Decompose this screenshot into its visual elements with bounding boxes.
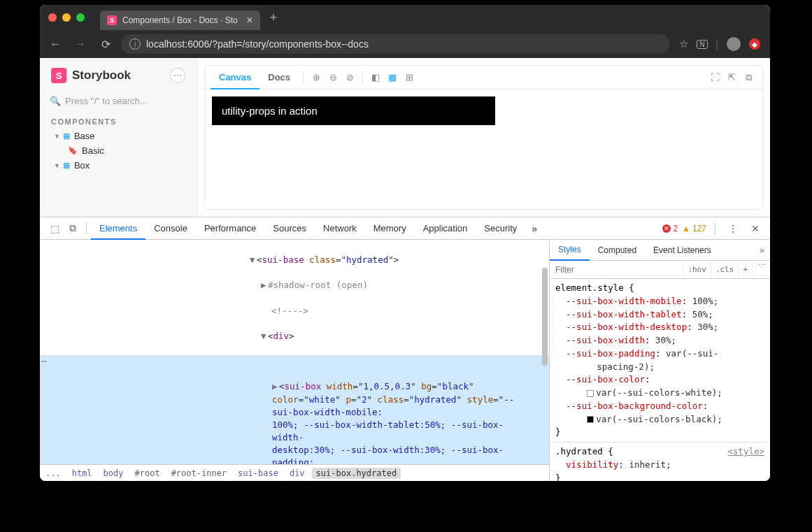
element-style-header: element.style { [555,282,764,295]
styles-body[interactable]: element.style { --sui-box-width-mobile: … [550,279,770,481]
device-toggle-icon[interactable]: ⧉ [64,222,82,234]
more-tabs-icon[interactable]: » [525,223,543,234]
styles-pin-icon[interactable]: ⋮ [752,261,770,278]
search-placeholder: Press "/" to search... [65,96,148,106]
sidebar-menu-button[interactable]: ⋯ [170,68,185,83]
dom-tree[interactable]: ▼<sui-base class="hydrated"> ▶#shadow-ro… [40,240,549,464]
devtools-tab-security[interactable]: Security [476,217,525,240]
new-tab-button[interactable]: + [270,10,278,25]
crumb[interactable]: ... [40,468,66,478]
devtools-tab-performance[interactable]: Performance [196,217,264,240]
cls-button[interactable]: .cls [711,261,739,278]
crumb[interactable]: sui-base [232,468,284,478]
styles-tab-listeners[interactable]: Event Listeners [645,240,720,261]
inspect-icon[interactable]: ⬚ [45,223,64,234]
toolbar-separator [362,71,363,84]
crumb[interactable]: body [98,468,129,478]
devtools-menu-icon[interactable]: ⋮ [724,223,742,234]
sidebar-heading: COMPONENTS [40,112,197,129]
traffic-lights [40,13,93,22]
tab-docs[interactable]: Docs [259,66,299,89]
crumb[interactable]: #root [129,468,166,478]
tab-close-icon[interactable]: ✕ [246,15,253,25]
grid-icon[interactable]: ▦ [384,72,401,82]
search-icon: 🔍 [50,96,61,106]
urlbar-right: ☆ N | ◆ [675,37,764,51]
sidebar-item-basic[interactable]: 🔖 Basic [40,143,197,158]
storybook-logo: S Storybook ⋯ [40,68,197,90]
styles-more-icon[interactable]: » [754,245,770,255]
styles-filter-row: :hov .cls + ⋮ [550,261,770,279]
app-content: S Storybook ⋯ 🔍 Press "/" to search... C… [40,58,770,217]
copy-icon[interactable]: ⧉ [740,72,757,83]
error-icon: ✕ [662,224,671,233]
urlbar: ← → ⟳ i localhost:6006/?path=/story/comp… [40,30,770,58]
devtools-tab-elements[interactable]: Elements [91,217,145,240]
maximize-window-button[interactable] [76,13,85,22]
sidebar: S Storybook ⋯ 🔍 Press "/" to search... C… [40,58,197,217]
tab-title: Components / Box - Docs · Sto [122,15,238,25]
preview-toolbar: Canvas Docs ⊕ ⊖ ⊘ ◧ ▦ ⊞ ⛶ ⇱ ⧉ [205,66,762,89]
zoom-out-icon[interactable]: ⊖ [325,72,341,82]
styles-panel: Styles Computed Event Listeners » :hov .… [549,240,770,481]
story-icon: 🔖 [68,146,78,155]
crumb[interactable]: #root-inner [166,468,232,478]
canvas-body: utility-props in action [205,89,762,209]
forward-button[interactable]: → [71,38,90,50]
sidebar-label: Base [74,131,95,141]
sidebar-item-base[interactable]: ▼ ▦ Base [40,129,197,143]
dom-scrollbar[interactable] [539,240,549,464]
profile-avatar[interactable] [727,37,741,51]
zoom-reset-icon[interactable]: ⊘ [341,72,358,82]
notion-icon[interactable]: N [697,40,707,49]
sidebar-label: Basic [82,145,104,156]
storybook-favicon-icon: S [107,15,117,25]
main-panel: Canvas Docs ⊕ ⊖ ⊘ ◧ ▦ ⊞ ⛶ ⇱ ⧉ [197,58,770,217]
crumb[interactable]: div [284,468,311,478]
devtools-close-icon[interactable]: ✕ [746,223,764,234]
devtools-tab-application[interactable]: Application [415,217,476,240]
background-icon[interactable]: ◧ [367,72,384,82]
canvas-wrap: Canvas Docs ⊕ ⊖ ⊘ ◧ ▦ ⊞ ⛶ ⇱ ⧉ [204,65,763,210]
dom-ellipsis-icon[interactable]: ⋯ [41,355,47,368]
sidebar-item-box[interactable]: ▼ ▦ Box [40,158,197,173]
crumb[interactable]: html [66,468,98,478]
style-source-link[interactable]: <style> [727,445,764,459]
reload-button[interactable]: ⟳ [96,38,115,51]
open-external-icon[interactable]: ⇱ [723,72,740,83]
warning-count[interactable]: ▲127 [682,224,706,233]
sidebar-search[interactable]: 🔍 Press "/" to search... [50,96,187,106]
browser-tab[interactable]: S Components / Box - Docs · Sto ✕ [100,10,260,30]
devtools-tab-memory[interactable]: Memory [365,217,415,240]
brand-text: Storybook [72,69,131,82]
add-rule-button[interactable]: + [738,261,752,278]
star-icon[interactable]: ☆ [679,38,688,50]
close-window-button[interactable] [48,13,57,22]
styles-tabs: Styles Computed Event Listeners » [550,240,770,261]
warning-icon: ▲ [682,224,690,233]
dom-scroll[interactable]: ▼<sui-base class="hydrated"> ▶#shadow-ro… [40,240,549,464]
extension-badge-icon[interactable]: ◆ [749,38,760,50]
crumb-selected[interactable]: sui-box.hydrated [312,468,401,479]
styles-tab-styles[interactable]: Styles [550,240,590,261]
devtools-tab-console[interactable]: Console [145,217,196,240]
devtools-tab-sources[interactable]: Sources [264,217,315,240]
storybook-mark-icon: S [51,68,66,83]
disclosure-icon: ▼ [54,133,60,140]
styles-tab-computed[interactable]: Computed [590,240,645,261]
site-info-icon[interactable]: i [129,38,141,50]
minimize-window-button[interactable] [62,13,71,22]
hydrated-selector: .hydrated { [555,446,613,456]
fullscreen-icon[interactable]: ⛶ [706,72,723,83]
error-count[interactable]: ✕2 [662,224,678,233]
tab-canvas[interactable]: Canvas [211,66,259,89]
back-button[interactable]: ← [45,38,65,50]
url-field[interactable]: i localhost:6006/?path=/story/components… [121,34,669,54]
hov-button[interactable]: :hov [683,261,711,278]
zoom-in-icon[interactable]: ⊕ [308,72,325,82]
styles-filter-input[interactable] [550,261,683,278]
disclosure-icon: ▼ [54,162,60,169]
devtools-tab-network[interactable]: Network [315,217,365,240]
demo-box: utility-props in action [212,96,495,125]
viewport-icon[interactable]: ⊞ [401,72,418,82]
